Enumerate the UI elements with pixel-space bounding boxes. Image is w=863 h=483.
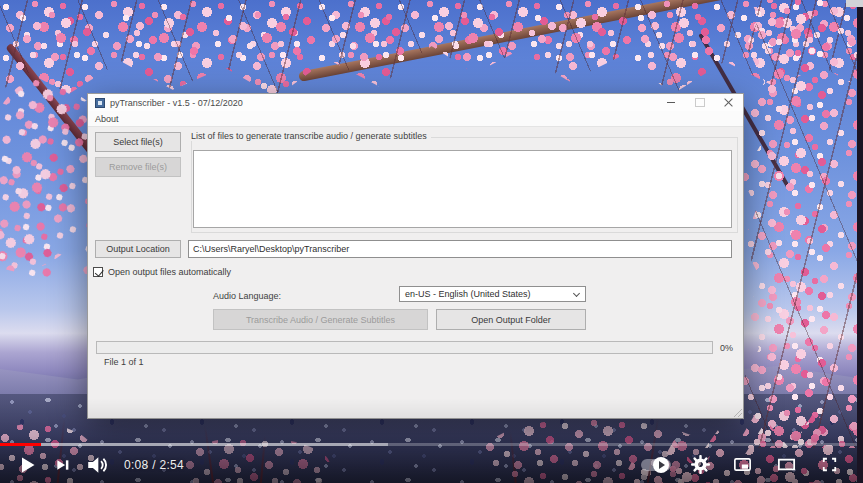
- settings-gear-icon: [690, 454, 711, 475]
- fullscreen-icon: [818, 453, 841, 476]
- file-list-label: List of files to generate transcribe aud…: [191, 131, 431, 141]
- theater-mode-icon: [774, 452, 799, 477]
- scrollbar-top-cap: [846, 0, 863, 7]
- window-titlebar[interactable]: pyTranscriber - v1.5 - 07/12/2020: [88, 94, 743, 111]
- resize-grip[interactable]: [732, 407, 742, 417]
- open-output-checkbox[interactable]: [93, 267, 103, 277]
- next-icon: [48, 451, 76, 479]
- remove-files-button[interactable]: Remove file(s): [95, 157, 181, 177]
- select-files-button[interactable]: Select file(s): [95, 132, 181, 152]
- close-button[interactable]: [714, 94, 743, 111]
- output-path-value: C:\Users\Raryel\Desktop\pyTranscriber: [193, 244, 349, 254]
- player-controls: 0:08 / 2:54: [0, 446, 863, 483]
- play-icon: [12, 450, 42, 480]
- play-button[interactable]: [12, 450, 42, 480]
- browser-scrollbar[interactable]: [857, 0, 863, 483]
- video-player: pyTranscriber - v1.5 - 07/12/2020 About …: [0, 0, 863, 483]
- file-counter: File 1 of 1: [104, 357, 144, 367]
- miniplayer-icon: [730, 452, 755, 477]
- menu-about[interactable]: About: [95, 114, 119, 124]
- autoplay-toggle-icon: [641, 459, 671, 471]
- fullscreen-button[interactable]: [818, 453, 841, 476]
- autoplay-toggle[interactable]: [641, 459, 671, 471]
- open-output-row[interactable]: Open output files automatically: [93, 267, 231, 277]
- open-output-folder-button[interactable]: Open Output Folder: [436, 309, 586, 330]
- settings-button[interactable]: [690, 454, 711, 475]
- maximize-button[interactable]: [685, 94, 714, 111]
- open-output-label: Open output files automatically: [108, 267, 231, 277]
- chevron-down-icon: [573, 289, 580, 296]
- output-location-button[interactable]: Output Location: [95, 240, 181, 258]
- audio-language-label: Audio Language:: [213, 291, 281, 301]
- transcribe-button[interactable]: Transcribe Audio / Generate Subtitles: [213, 309, 428, 330]
- app-icon: [95, 98, 105, 108]
- audio-language-value: en-US - English (United States): [405, 289, 531, 299]
- volume-icon: [82, 451, 110, 479]
- file-list[interactable]: [193, 150, 732, 228]
- pytranscriber-window: pyTranscriber - v1.5 - 07/12/2020 About …: [87, 93, 744, 419]
- audio-language-select[interactable]: en-US - English (United States): [399, 286, 586, 302]
- progress-percent: 0%: [720, 343, 733, 353]
- minimize-button[interactable]: [656, 94, 685, 111]
- theater-mode-button[interactable]: [774, 452, 799, 477]
- window-content: Select file(s) Remove file(s) List of fi…: [88, 127, 743, 418]
- next-button[interactable]: [48, 451, 76, 479]
- output-path-field[interactable]: C:\Users\Raryel\Desktop\pyTranscriber: [188, 240, 732, 258]
- miniplayer-button[interactable]: [730, 452, 755, 477]
- window-title: pyTranscriber - v1.5 - 07/12/2020: [110, 98, 243, 108]
- menu-bar: About: [88, 111, 743, 127]
- volume-button[interactable]: [82, 451, 110, 479]
- time-display: 0:08 / 2:54: [124, 458, 184, 472]
- transcribe-progress-bar: [96, 341, 713, 354]
